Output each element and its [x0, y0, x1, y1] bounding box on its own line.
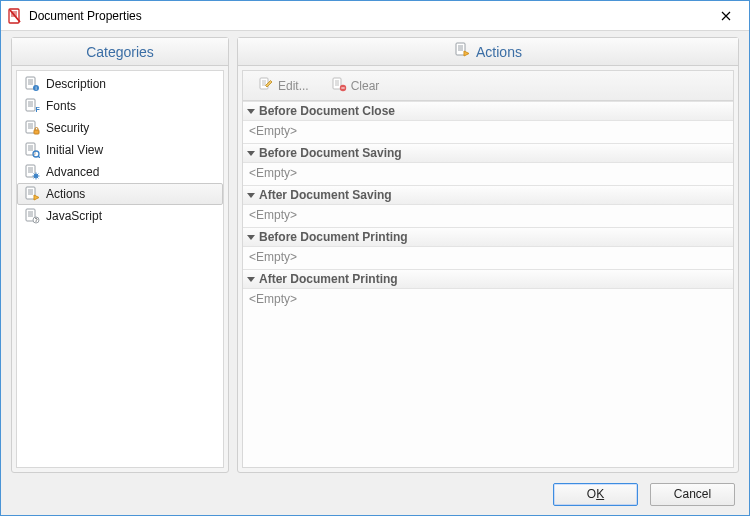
categories-panel: Categories iDescriptionFFontsSecurityIni… — [11, 37, 229, 473]
cancel-button-label: Cancel — [674, 487, 711, 501]
cancel-button[interactable]: Cancel — [650, 483, 735, 506]
close-icon — [721, 11, 731, 21]
event-title: After Document Printing — [259, 272, 398, 286]
sidebar-item-label: Advanced — [46, 165, 99, 179]
sidebar-item-security[interactable]: Security — [17, 117, 223, 139]
sidebar-item-initial-view[interactable]: Initial View — [17, 139, 223, 161]
edit-label: Edit... — [278, 79, 309, 93]
clear-label: Clear — [351, 79, 380, 93]
event-title: After Document Saving — [259, 188, 392, 202]
svg-rect-11 — [26, 165, 35, 177]
javascript-icon — [24, 208, 40, 224]
events-list: Before Document Close<Empty>Before Docum… — [243, 101, 733, 467]
chevron-down-icon — [247, 109, 255, 114]
event-title: Before Document Saving — [259, 146, 402, 160]
ok-button-label: OK — [587, 487, 604, 501]
categories-header: Categories — [12, 38, 228, 66]
app-icon — [7, 8, 23, 24]
actions-content: Edit... Clear — [242, 70, 734, 468]
fonts-icon: F — [24, 98, 40, 114]
clear-button[interactable]: Clear — [322, 73, 389, 98]
sidebar-item-label: Security — [46, 121, 89, 135]
edit-icon — [258, 76, 274, 95]
dialog-footer: OK Cancel — [1, 473, 749, 515]
description-icon: i — [24, 76, 40, 92]
sidebar-item-label: Actions — [46, 187, 85, 201]
actions-header-icon — [454, 42, 470, 61]
svg-text:i: i — [35, 85, 36, 91]
document-properties-window: Document Properties Categories iDescript… — [0, 0, 750, 516]
svg-rect-7 — [34, 130, 39, 134]
title-bar: Document Properties — [1, 1, 749, 31]
edit-button[interactable]: Edit... — [249, 73, 318, 98]
clear-icon — [331, 76, 347, 95]
categories-list: iDescriptionFFontsSecurityInitial ViewAd… — [16, 70, 224, 468]
event-body[interactable]: <Empty> — [243, 289, 733, 311]
svg-marker-18 — [34, 195, 39, 200]
close-button[interactable] — [703, 1, 749, 30]
svg-point-21 — [36, 221, 37, 222]
chevron-down-icon — [247, 277, 255, 282]
sidebar-item-label: Initial View — [46, 143, 103, 157]
sidebar-item-fonts[interactable]: FFonts — [17, 95, 223, 117]
chevron-down-icon — [247, 193, 255, 198]
sidebar-item-label: Fonts — [46, 99, 76, 113]
event-header[interactable]: After Document Saving — [243, 185, 733, 205]
actions-panel: Actions Edit... — [237, 37, 739, 473]
actions-icon — [24, 186, 40, 202]
event-title: Before Document Close — [259, 104, 395, 118]
categories-header-label: Categories — [86, 44, 154, 60]
event-body[interactable]: <Empty> — [243, 205, 733, 227]
actions-header-label: Actions — [476, 44, 522, 60]
sidebar-item-advanced[interactable]: Advanced — [17, 161, 223, 183]
event-body[interactable]: <Empty> — [243, 121, 733, 143]
initial-view-icon — [24, 142, 40, 158]
chevron-down-icon — [247, 151, 255, 156]
event-header[interactable]: Before Document Saving — [243, 143, 733, 163]
advanced-icon — [24, 164, 40, 180]
sidebar-item-label: JavaScript — [46, 209, 102, 223]
svg-line-10 — [38, 156, 40, 158]
dialog-body: Categories iDescriptionFFontsSecurityIni… — [1, 31, 749, 473]
sidebar-item-description[interactable]: iDescription — [17, 73, 223, 95]
ok-button[interactable]: OK — [553, 483, 638, 506]
event-body[interactable]: <Empty> — [243, 163, 733, 185]
event-header[interactable]: Before Document Printing — [243, 227, 733, 247]
svg-rect-4 — [26, 99, 35, 111]
sidebar-item-actions[interactable]: Actions — [17, 183, 223, 205]
svg-marker-23 — [464, 51, 469, 56]
event-title: Before Document Printing — [259, 230, 408, 244]
event-header[interactable]: Before Document Close — [243, 101, 733, 121]
svg-rect-27 — [341, 88, 344, 89]
chevron-down-icon — [247, 235, 255, 240]
sidebar-item-javascript[interactable]: JavaScript — [17, 205, 223, 227]
event-header[interactable]: After Document Printing — [243, 269, 733, 289]
event-body[interactable]: <Empty> — [243, 247, 733, 269]
actions-toolbar: Edit... Clear — [243, 71, 733, 101]
sidebar-item-label: Description — [46, 77, 106, 91]
security-icon — [24, 120, 40, 136]
window-title: Document Properties — [29, 9, 703, 23]
actions-header: Actions — [238, 38, 738, 66]
svg-text:F: F — [36, 106, 41, 113]
